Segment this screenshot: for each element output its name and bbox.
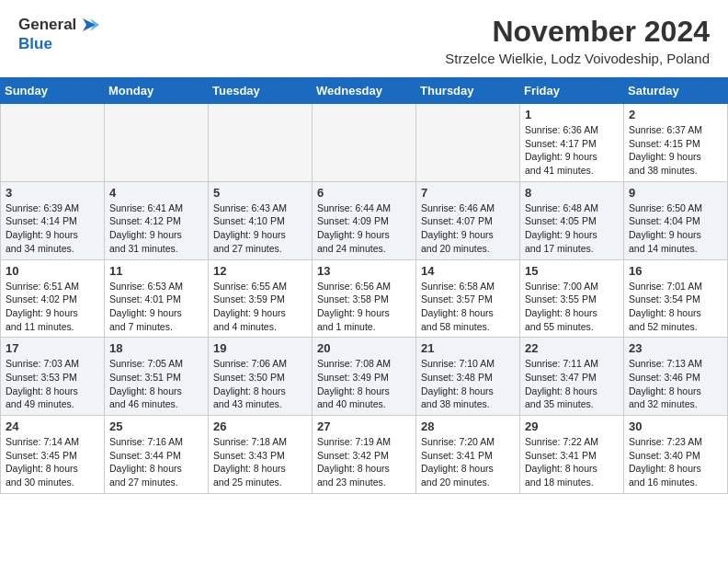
calendar-cell: 20Sunrise: 7:08 AM Sunset: 3:49 PM Dayli… bbox=[313, 338, 416, 416]
day-info: Sunrise: 7:19 AM Sunset: 3:42 PM Dayligh… bbox=[317, 435, 411, 489]
calendar-cell: 19Sunrise: 7:06 AM Sunset: 3:50 PM Dayli… bbox=[209, 338, 313, 416]
calendar-cell: 28Sunrise: 7:20 AM Sunset: 3:41 PM Dayli… bbox=[416, 416, 520, 494]
calendar-cell bbox=[416, 104, 520, 182]
day-number: 4 bbox=[109, 186, 203, 200]
day-number: 7 bbox=[421, 186, 515, 200]
day-number: 26 bbox=[213, 419, 307, 433]
day-number: 9 bbox=[629, 186, 722, 200]
day-info: Sunrise: 6:41 AM Sunset: 4:12 PM Dayligh… bbox=[109, 201, 203, 256]
day-number: 14 bbox=[421, 264, 515, 278]
day-number: 11 bbox=[109, 264, 203, 278]
day-info: Sunrise: 7:00 AM Sunset: 3:55 PM Dayligh… bbox=[525, 280, 619, 334]
day-info: Sunrise: 6:39 AM Sunset: 4:14 PM Dayligh… bbox=[6, 201, 99, 256]
day-number: 1 bbox=[525, 108, 619, 121]
calendar-cell bbox=[105, 104, 209, 182]
week-row-3: 17Sunrise: 7:03 AM Sunset: 3:53 PM Dayli… bbox=[1, 338, 728, 416]
day-info: Sunrise: 6:43 AM Sunset: 4:10 PM Dayligh… bbox=[213, 201, 307, 256]
day-info: Sunrise: 7:08 AM Sunset: 3:49 PM Dayligh… bbox=[317, 357, 411, 411]
svg-marker-0 bbox=[83, 18, 96, 31]
calendar-cell: 4Sunrise: 6:41 AM Sunset: 4:12 PM Daylig… bbox=[105, 181, 209, 259]
day-info: Sunrise: 7:22 AM Sunset: 3:41 PM Dayligh… bbox=[525, 435, 619, 489]
calendar-cell: 14Sunrise: 6:58 AM Sunset: 3:57 PM Dayli… bbox=[416, 259, 520, 338]
day-info: Sunrise: 7:01 AM Sunset: 3:54 PM Dayligh… bbox=[629, 280, 722, 334]
calendar-cell: 9Sunrise: 6:50 AM Sunset: 4:04 PM Daylig… bbox=[624, 181, 728, 259]
main-title: November 2024 bbox=[445, 15, 710, 49]
day-number: 8 bbox=[525, 186, 619, 200]
day-info: Sunrise: 7:06 AM Sunset: 3:50 PM Dayligh… bbox=[213, 357, 307, 411]
calendar-cell: 26Sunrise: 7:18 AM Sunset: 3:43 PM Dayli… bbox=[209, 416, 313, 494]
calendar-cell: 25Sunrise: 7:16 AM Sunset: 3:44 PM Dayli… bbox=[105, 416, 209, 494]
day-info: Sunrise: 7:10 AM Sunset: 3:48 PM Dayligh… bbox=[421, 357, 515, 411]
header-friday: Friday bbox=[520, 78, 624, 104]
day-number: 25 bbox=[109, 419, 203, 433]
day-number: 12 bbox=[213, 264, 307, 278]
day-info: Sunrise: 6:56 AM Sunset: 3:58 PM Dayligh… bbox=[317, 280, 411, 334]
day-info: Sunrise: 7:23 AM Sunset: 3:40 PM Dayligh… bbox=[629, 435, 722, 489]
day-number: 27 bbox=[317, 419, 411, 433]
calendar-cell: 15Sunrise: 7:00 AM Sunset: 3:55 PM Dayli… bbox=[520, 259, 624, 338]
calendar-cell: 11Sunrise: 6:53 AM Sunset: 4:01 PM Dayli… bbox=[105, 259, 209, 338]
calendar-cell: 23Sunrise: 7:13 AM Sunset: 3:46 PM Dayli… bbox=[624, 338, 728, 416]
day-number: 24 bbox=[6, 419, 99, 433]
title-block: November 2024 Strzelce Wielkie, Lodz Voi… bbox=[445, 15, 710, 66]
calendar-cell: 21Sunrise: 7:10 AM Sunset: 3:48 PM Dayli… bbox=[416, 338, 520, 416]
calendar-cell: 13Sunrise: 6:56 AM Sunset: 3:58 PM Dayli… bbox=[313, 259, 416, 338]
logo-arrow-icon bbox=[79, 15, 99, 35]
calendar-table: Sunday Monday Tuesday Wednesday Thursday… bbox=[0, 77, 728, 494]
day-info: Sunrise: 7:03 AM Sunset: 3:53 PM Dayligh… bbox=[6, 357, 99, 411]
week-row-4: 24Sunrise: 7:14 AM Sunset: 3:45 PM Dayli… bbox=[1, 416, 728, 494]
day-number: 17 bbox=[6, 341, 99, 355]
calendar-cell: 18Sunrise: 7:05 AM Sunset: 3:51 PM Dayli… bbox=[105, 338, 209, 416]
header-monday: Monday bbox=[105, 78, 209, 104]
calendar-cell bbox=[209, 104, 313, 182]
logo-general: General bbox=[18, 16, 76, 34]
calendar-cell: 5Sunrise: 6:43 AM Sunset: 4:10 PM Daylig… bbox=[209, 181, 313, 259]
day-info: Sunrise: 6:53 AM Sunset: 4:01 PM Dayligh… bbox=[109, 280, 203, 334]
day-number: 2 bbox=[629, 108, 722, 121]
header-saturday: Saturday bbox=[624, 78, 728, 104]
day-info: Sunrise: 7:18 AM Sunset: 3:43 PM Dayligh… bbox=[213, 435, 307, 489]
header: General Blue November 2024 Strzelce Wiel… bbox=[0, 0, 728, 70]
day-info: Sunrise: 6:36 AM Sunset: 4:17 PM Dayligh… bbox=[525, 123, 619, 178]
day-number: 16 bbox=[629, 264, 722, 278]
calendar-cell: 17Sunrise: 7:03 AM Sunset: 3:53 PM Dayli… bbox=[1, 338, 105, 416]
day-number: 13 bbox=[317, 264, 411, 278]
header-row: Sunday Monday Tuesday Wednesday Thursday… bbox=[1, 78, 728, 104]
week-row-0: 1Sunrise: 6:36 AM Sunset: 4:17 PM Daylig… bbox=[1, 104, 728, 182]
day-info: Sunrise: 6:44 AM Sunset: 4:09 PM Dayligh… bbox=[317, 201, 411, 256]
calendar-cell: 27Sunrise: 7:19 AM Sunset: 3:42 PM Dayli… bbox=[313, 416, 416, 494]
header-sunday: Sunday bbox=[1, 78, 105, 104]
calendar-cell: 8Sunrise: 6:48 AM Sunset: 4:05 PM Daylig… bbox=[520, 181, 624, 259]
day-number: 6 bbox=[317, 186, 411, 200]
day-info: Sunrise: 6:58 AM Sunset: 3:57 PM Dayligh… bbox=[421, 280, 515, 334]
calendar-cell: 30Sunrise: 7:23 AM Sunset: 3:40 PM Dayli… bbox=[624, 416, 728, 494]
day-info: Sunrise: 6:48 AM Sunset: 4:05 PM Dayligh… bbox=[525, 201, 619, 256]
day-number: 18 bbox=[109, 341, 203, 355]
calendar-cell: 6Sunrise: 6:44 AM Sunset: 4:09 PM Daylig… bbox=[313, 181, 416, 259]
day-info: Sunrise: 6:51 AM Sunset: 4:02 PM Dayligh… bbox=[6, 280, 99, 334]
day-info: Sunrise: 6:46 AM Sunset: 4:07 PM Dayligh… bbox=[421, 201, 515, 256]
header-wednesday: Wednesday bbox=[313, 78, 416, 104]
calendar-cell bbox=[313, 104, 416, 182]
calendar-cell: 1Sunrise: 6:36 AM Sunset: 4:17 PM Daylig… bbox=[520, 104, 624, 182]
day-info: Sunrise: 6:50 AM Sunset: 4:04 PM Dayligh… bbox=[629, 201, 722, 256]
page-container: General Blue November 2024 Strzelce Wiel… bbox=[0, 0, 728, 563]
day-info: Sunrise: 6:37 AM Sunset: 4:15 PM Dayligh… bbox=[629, 123, 722, 178]
day-number: 10 bbox=[6, 264, 99, 278]
header-tuesday: Tuesday bbox=[209, 78, 313, 104]
day-number: 23 bbox=[629, 341, 722, 355]
logo: General Blue bbox=[18, 15, 103, 53]
day-info: Sunrise: 7:13 AM Sunset: 3:46 PM Dayligh… bbox=[629, 357, 722, 411]
day-number: 30 bbox=[629, 419, 722, 433]
calendar-cell: 10Sunrise: 6:51 AM Sunset: 4:02 PM Dayli… bbox=[1, 259, 105, 338]
day-number: 28 bbox=[421, 419, 515, 433]
day-number: 19 bbox=[213, 341, 307, 355]
day-number: 22 bbox=[525, 341, 619, 355]
day-number: 5 bbox=[213, 186, 307, 200]
calendar-cell: 12Sunrise: 6:55 AM Sunset: 3:59 PM Dayli… bbox=[209, 259, 313, 338]
day-number: 29 bbox=[525, 419, 619, 433]
day-info: Sunrise: 7:11 AM Sunset: 3:47 PM Dayligh… bbox=[525, 357, 619, 411]
day-number: 3 bbox=[6, 186, 99, 200]
day-info: Sunrise: 7:16 AM Sunset: 3:44 PM Dayligh… bbox=[109, 435, 203, 489]
day-number: 21 bbox=[421, 341, 515, 355]
